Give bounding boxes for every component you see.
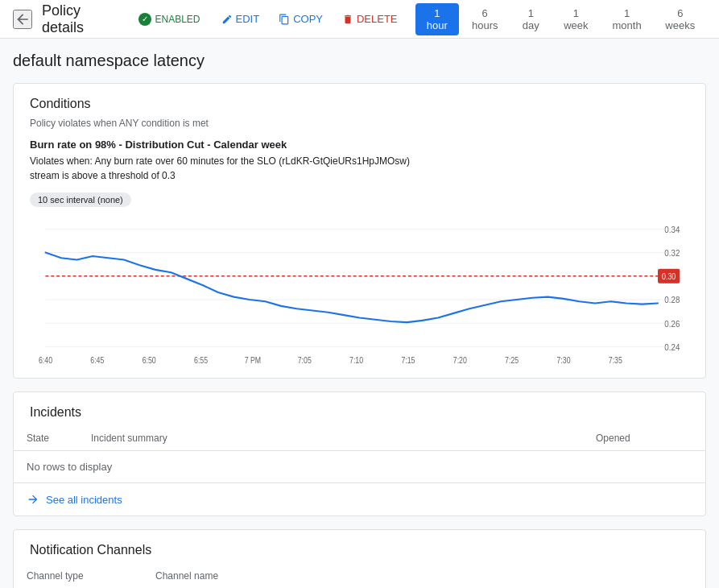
header-actions: EDIT COPY DELETE — [213, 8, 406, 30]
incidents-no-rows: No rows to display — [14, 451, 705, 483]
incidents-title: Incidents — [30, 405, 689, 420]
conditions-card: Conditions Policy violates when ANY cond… — [13, 83, 706, 379]
svg-text:7:25: 7:25 — [505, 355, 519, 365]
condition-name: Burn rate on 98% - Distribution Cut - Ca… — [30, 139, 689, 151]
see-all-incidents-link[interactable]: See all incidents — [14, 483, 705, 516]
time-btn-1hour[interactable]: 1 hour — [415, 3, 459, 35]
conditions-title: Conditions — [30, 97, 689, 111]
time-btn-1week[interactable]: 1 week — [552, 3, 599, 35]
notif-col-name: Channel name — [155, 570, 692, 582]
time-range-selector: 1 hour 6 hours 1 day 1 week 1 month 6 we… — [415, 3, 706, 35]
time-btn-1month[interactable]: 1 month — [601, 3, 653, 35]
chart-svg: 0.34 0.32 0.30 0.28 0.26 0.24 — [30, 220, 689, 365]
page-title-header: Policy details — [42, 2, 122, 36]
svg-text:7:20: 7:20 — [453, 355, 467, 365]
main-content: default namespace latency Conditions Pol… — [0, 39, 719, 588]
incidents-table-header: State Incident summary Opened — [14, 426, 705, 451]
status-badge: ENABLED — [138, 13, 200, 26]
page-header: Policy details ENABLED EDIT COPY DELETE … — [0, 0, 719, 39]
svg-text:6:55: 6:55 — [194, 355, 208, 365]
svg-text:7:05: 7:05 — [298, 355, 312, 365]
svg-text:7:35: 7:35 — [609, 355, 622, 365]
incidents-card: Incidents State Incident summary Opened … — [13, 391, 706, 516]
back-button[interactable] — [13, 10, 32, 29]
notification-channels-title: Notification Channels — [30, 543, 689, 557]
svg-text:7:15: 7:15 — [401, 355, 415, 365]
policy-name: default namespace latency — [13, 52, 706, 70]
conditions-subtitle: Policy violates when ANY condition is me… — [30, 118, 689, 129]
interval-badge: 10 sec interval (none) — [30, 193, 131, 207]
time-btn-6hours[interactable]: 6 hours — [461, 3, 509, 35]
edit-button[interactable]: EDIT — [213, 8, 268, 30]
delete-button[interactable]: DELETE — [334, 8, 406, 30]
notif-col-type: Channel type — [27, 570, 155, 582]
notif-table-header: Channel type Channel name — [14, 564, 705, 588]
condition-description: Violates when: Any burn rate over 60 min… — [30, 154, 689, 183]
time-btn-1day[interactable]: 1 day — [510, 3, 551, 35]
svg-text:6:40: 6:40 — [39, 355, 52, 365]
copy-button[interactable]: COPY — [271, 8, 331, 30]
time-btn-6weeks[interactable]: 6 weeks — [654, 3, 706, 35]
svg-text:6:45: 6:45 — [90, 355, 104, 365]
svg-text:0.30: 0.30 — [662, 272, 676, 282]
incidents-col-summary: Incident summary — [91, 433, 596, 444]
svg-text:7:10: 7:10 — [349, 355, 363, 365]
notification-channels-card: Notification Channels Channel type Chann… — [13, 529, 706, 588]
latency-chart: 0.34 0.32 0.30 0.28 0.26 0.24 — [30, 220, 689, 365]
status-icon — [138, 13, 151, 26]
svg-text:6:50: 6:50 — [143, 355, 156, 365]
svg-text:7 PM: 7 PM — [245, 355, 262, 365]
incidents-col-opened: Opened — [596, 433, 692, 444]
incidents-col-state: State — [27, 433, 91, 444]
svg-text:7:30: 7:30 — [556, 355, 570, 365]
